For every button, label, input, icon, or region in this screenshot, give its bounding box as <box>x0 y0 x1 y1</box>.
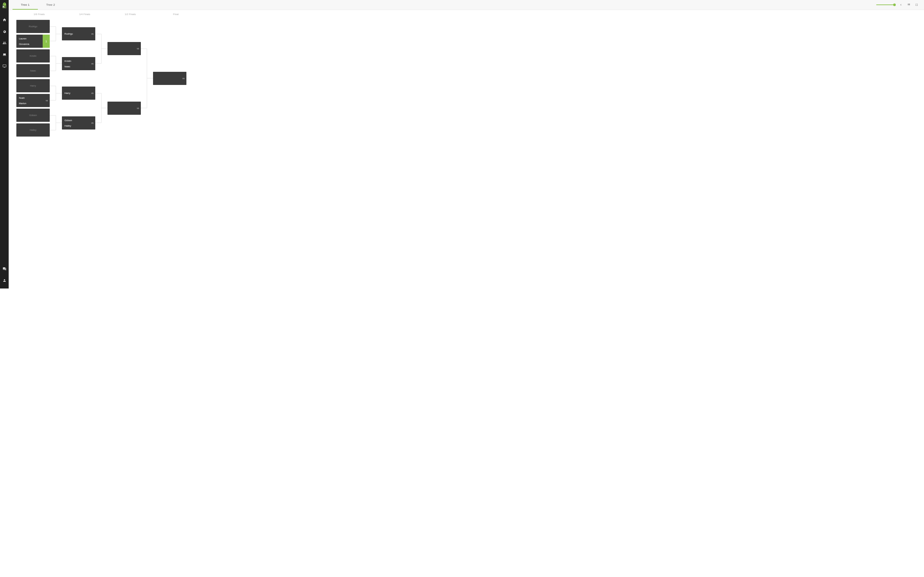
match-r1-4[interactable]: Isaac <box>16 64 50 77</box>
chat-icon[interactable] <box>3 266 6 272</box>
player-name: Rodrigo <box>19 25 47 28</box>
people-icon[interactable] <box>3 40 6 46</box>
match-r3-2[interactable]: vs <box>107 102 141 115</box>
home-icon[interactable] <box>3 17 6 23</box>
player-name: Harry <box>65 92 87 95</box>
match-r2-4[interactable]: Gülsen Hailey vs <box>62 116 95 129</box>
match-r2-1[interactable]: Rodrigo vs <box>62 27 95 40</box>
player-name: Gülsen <box>19 114 47 117</box>
player-name: Noah <box>19 97 41 99</box>
vs-label: vs <box>89 27 95 40</box>
player-name: Hailey <box>19 129 47 131</box>
logo-icon[interactable]: K <box>2 3 7 10</box>
round-header: 1/2 Finals <box>107 13 153 16</box>
sidebar: K <box>0 0 9 288</box>
match-r1-2[interactable]: Lauren Giovanna 1 <box>16 35 50 48</box>
vs-label: vs <box>44 94 50 107</box>
match-r2-3[interactable]: Harry vs <box>62 87 95 100</box>
player-name: Isaac <box>65 65 87 68</box>
profile-icon[interactable] <box>3 278 6 284</box>
tabs: Tree 1 Tree 2 <box>13 0 63 10</box>
vs-label: vs <box>89 87 95 100</box>
display-icon[interactable] <box>3 63 6 69</box>
match-r1-6[interactable]: Noah Marlon vs <box>16 94 50 107</box>
round-headers: 1/8 Finals 1/4 Finals 1/2 Finals Final <box>9 13 462 16</box>
bracket-connectors <box>16 19 241 164</box>
gear-icon[interactable] <box>3 29 6 35</box>
player-name: Isaac <box>19 69 47 72</box>
player-name: Harry <box>19 84 47 87</box>
vs-label: vs <box>89 57 95 70</box>
bracket-canvas: 1/8 Finals 1/4 Finals 1/2 Finals Final R… <box>9 10 462 288</box>
vs-label: vs <box>89 116 95 129</box>
player-name: Gülsen <box>65 119 87 122</box>
round-header: 1/4 Finals <box>62 13 107 16</box>
tatami-icon[interactable] <box>3 52 6 58</box>
match-r1-5[interactable]: Harry <box>16 79 50 92</box>
match-r1-7[interactable]: Gülsen <box>16 109 50 122</box>
match-r2-2[interactable]: Kristin Isaac vs <box>62 57 95 70</box>
match-r1-3[interactable]: Kristin <box>16 49 50 63</box>
player-name: Kristin <box>65 60 87 63</box>
match-final[interactable]: vs <box>153 72 186 85</box>
round-header: Final <box>153 13 199 16</box>
vs-label: vs <box>135 102 141 115</box>
vs-label: vs <box>135 42 141 55</box>
match-score: 1 <box>43 35 50 48</box>
svg-text:K: K <box>3 5 5 8</box>
match-r3-1[interactable]: vs <box>107 42 141 55</box>
vs-label: vs <box>181 72 186 85</box>
player-name: Marlon <box>19 102 41 105</box>
player-name: Hailey <box>65 124 87 127</box>
match-r1-8[interactable]: Hailey <box>16 123 50 137</box>
player-name: Rodrigo <box>65 32 87 35</box>
player-name: Giovanna <box>19 43 40 45</box>
tab-tree-2[interactable]: Tree 2 <box>38 0 63 10</box>
match-r1-1[interactable]: Rodrigo <box>16 20 50 33</box>
header: Tree 1 Tree 2 <box>9 0 462 10</box>
player-name: Lauren <box>19 37 40 40</box>
round-header: 1/8 Finals <box>16 13 62 16</box>
tab-tree-1[interactable]: Tree 1 <box>13 0 38 10</box>
player-name: Kristin <box>19 55 47 57</box>
